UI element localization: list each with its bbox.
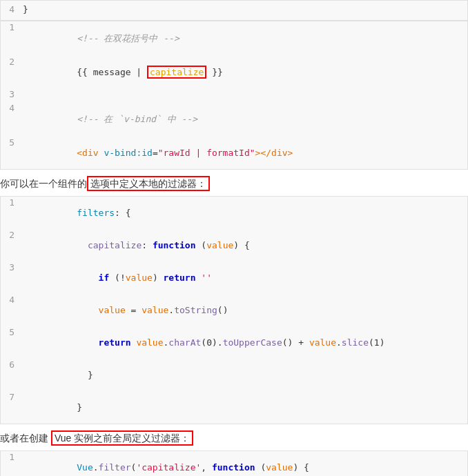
code-text: <!-- 在双花括号中 --> [20, 22, 467, 55]
code-line: 1 Vue.filter('capitalize', function (val… [1, 451, 467, 476]
code-text: } [20, 4, 467, 14]
code-line: 5 return value.charAt(0).toUpperCase() +… [1, 326, 467, 359]
code-line: 7 } [1, 391, 467, 424]
code-text: Vue.filter('capitalize', function (value… [20, 452, 467, 476]
code-text: value = value.toString() [20, 295, 467, 326]
line-number: 4 [1, 295, 20, 305]
code-line: 3 if (!value) return '' [1, 261, 467, 294]
line-number: 3 [1, 262, 20, 272]
code-line: 1 <!-- 在双花括号中 --> [1, 21, 467, 56]
code-line: 2 {{ message | capitalize }} [1, 56, 467, 88]
code-text: } [20, 392, 467, 423]
code-text: filters: { [20, 197, 467, 228]
top-code-snippet: 4 } [0, 0, 468, 21]
line-number: 4 [1, 4, 20, 14]
desc-text-1: 你可以在一个组件的选项中定义本地的过滤器： [0, 170, 468, 196]
section-usage: 1 <!-- 在双花括号中 --> 2 {{ message | capital… [0, 21, 468, 476]
desc-text-2: 或者在创建 Vue 实例之前全局定义过滤器： [0, 424, 468, 450]
line-number: 3 [1, 89, 20, 99]
code-line: 1 filters: { [1, 197, 467, 229]
line-number: 1 [1, 197, 20, 208]
line-number: 2 [1, 230, 20, 240]
highlight-box-1: 选项中定义本地的过滤器： [87, 176, 210, 191]
highlight-box-2: Vue 实例之前全局定义过滤器： [51, 430, 193, 446]
line-number: 2 [1, 57, 20, 67]
line-number: 1 [1, 22, 20, 32]
code-text: } [20, 359, 467, 390]
line-number: 1 [1, 452, 20, 462]
code-block-1: 1 <!-- 在双花括号中 --> 2 {{ message | capital… [0, 21, 468, 170]
code-line: 6 } [1, 359, 467, 391]
code-line: 2 capitalize: function (value) { [1, 229, 467, 261]
code-line: 4 } [1, 3, 467, 17]
code-block-2: 1 filters: { 2 capitalize: function (val… [0, 196, 468, 424]
code-line: 3 [1, 88, 467, 102]
line-number: 4 [1, 103, 20, 113]
code-text: return value.charAt(0).toUpperCase() + v… [20, 327, 467, 358]
code-text: <div v-bind:id="rawId | formatId"></div> [20, 137, 467, 168]
code-text: if (!value) return '' [20, 262, 467, 293]
line-number: 5 [1, 327, 20, 337]
page-container: 4 } 1 <!-- 在双花括号中 --> 2 {{ message | cap… [0, 0, 468, 476]
code-text: {{ message | capitalize }} [20, 57, 467, 88]
code-line: 4 value = value.toString() [1, 294, 467, 326]
code-line: 4 <!-- 在 `v-bind` 中 --> [1, 102, 467, 137]
line-number: 6 [1, 359, 20, 370]
code-text: <!-- 在 `v-bind` 中 --> [20, 103, 467, 136]
code-text [20, 89, 467, 99]
code-text: capitalize: function (value) { [20, 230, 467, 261]
line-number: 7 [1, 392, 20, 402]
code-line: 5 <div v-bind:id="rawId | formatId"></di… [1, 137, 467, 169]
code-block-3: 1 Vue.filter('capitalize', function (val… [0, 450, 468, 476]
line-number: 5 [1, 137, 20, 148]
